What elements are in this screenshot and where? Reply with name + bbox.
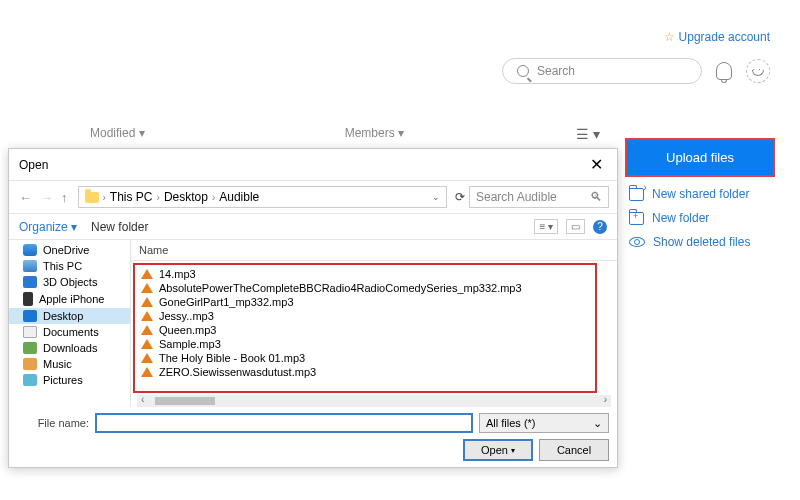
close-dialog-button[interactable]: ✕ xyxy=(586,155,607,174)
link-label: New shared folder xyxy=(652,187,749,201)
vlc-cone-icon xyxy=(141,311,153,321)
column-header-name[interactable]: Name xyxy=(131,240,617,261)
page-header: ☆ Upgrade account Search xyxy=(502,30,770,84)
vlc-cone-icon xyxy=(141,353,153,363)
tree-item[interactable]: Desktop xyxy=(9,308,130,324)
dialog-footer: File name: All files (*) ⌄ Open ▾ Cancel xyxy=(9,407,617,467)
tree-item-label: Music xyxy=(43,358,72,370)
organize-menu[interactable]: Organize ▾ xyxy=(19,220,77,234)
up-button[interactable]: ↑ xyxy=(59,190,70,205)
chevron-down-icon[interactable]: ⌄ xyxy=(432,192,440,202)
tree-item[interactable]: Downloads xyxy=(9,340,130,356)
vlc-cone-icon xyxy=(141,367,153,377)
tree-item[interactable]: Music xyxy=(9,356,130,372)
file-name: GoneGirlPart1_mp332.mp3 xyxy=(159,296,294,308)
file-row[interactable]: AbsolutePowerTheCompleteBBCRadio4RadioCo… xyxy=(135,281,595,295)
notifications-icon[interactable] xyxy=(716,62,732,80)
col-modified[interactable]: Modified ▾ xyxy=(90,126,145,140)
file-name: Queen.mp3 xyxy=(159,324,216,336)
header-row: Search xyxy=(502,58,770,84)
file-type-value: All files (*) xyxy=(486,417,536,429)
refresh-button[interactable]: ⟳ xyxy=(455,190,465,204)
dialog-search-placeholder: Search Audible xyxy=(476,190,557,204)
file-name: AbsolutePowerTheCompleteBBCRadio4RadioCo… xyxy=(159,282,522,294)
view-mode-icon[interactable]: ☰ ▾ xyxy=(576,126,600,142)
vlc-cone-icon xyxy=(141,297,153,307)
file-row[interactable]: GoneGirlPart1_mp332.mp3 xyxy=(135,295,595,309)
open-button[interactable]: Open ▾ xyxy=(463,439,533,461)
file-row[interactable]: Jessy..mp3 xyxy=(135,309,595,323)
file-type-select[interactable]: All files (*) ⌄ xyxy=(479,413,609,433)
file-row[interactable]: The Holy Bible - Book 01.mp3 xyxy=(135,351,595,365)
dialog-search-input[interactable]: Search Audible 🔍︎ xyxy=(469,186,609,208)
location-icon xyxy=(23,292,33,306)
new-shared-folder-link[interactable]: New shared folder xyxy=(625,187,775,201)
tree-item[interactable]: OneDrive xyxy=(9,242,130,258)
file-name-label: File name: xyxy=(17,417,89,429)
link-label: New folder xyxy=(652,211,709,225)
upgrade-label: Upgrade account xyxy=(679,30,770,44)
account-avatar-icon[interactable] xyxy=(746,59,770,83)
breadcrumb-b[interactable]: Audible xyxy=(219,190,259,204)
location-icon xyxy=(23,310,37,322)
file-row[interactable]: Queen.mp3 xyxy=(135,323,595,337)
tree-item-label: OneDrive xyxy=(43,244,89,256)
file-name: Jessy..mp3 xyxy=(159,310,214,322)
tree-item-label: Pictures xyxy=(43,374,83,386)
search-icon xyxy=(517,65,529,77)
dialog-toolbar: Organize ▾ New folder ≡ ▾ ▭ ? xyxy=(9,214,617,240)
star-icon: ☆ xyxy=(664,30,675,44)
file-name: ZERO.Siewissenwasdutust.mp3 xyxy=(159,366,316,378)
tree-item[interactable]: Documents xyxy=(9,324,130,340)
file-name-input[interactable] xyxy=(95,413,473,433)
new-folder-button[interactable]: New folder xyxy=(91,220,148,234)
file-name: 14.mp3 xyxy=(159,268,196,280)
location-icon xyxy=(23,276,37,288)
vlc-cone-icon xyxy=(141,269,153,279)
show-deleted-link[interactable]: Show deleted files xyxy=(625,235,775,249)
nav-tree[interactable]: OneDriveThis PC3D ObjectsApple iPhoneDes… xyxy=(9,240,131,407)
file-row[interactable]: Sample.mp3 xyxy=(135,337,595,351)
file-name: The Holy Bible - Book 01.mp3 xyxy=(159,352,305,364)
tree-item[interactable]: 3D Objects xyxy=(9,274,130,290)
search-icon: 🔍︎ xyxy=(590,190,602,204)
file-row[interactable]: ZERO.Siewissenwasdutust.mp3 xyxy=(135,365,595,379)
col-members[interactable]: Members ▾ xyxy=(345,126,404,140)
tree-item-label: Apple iPhone xyxy=(39,293,104,305)
forward-button[interactable]: → xyxy=(38,190,55,205)
scroll-left-icon[interactable]: ‹ xyxy=(141,394,144,405)
file-row[interactable]: 14.mp3 xyxy=(135,267,595,281)
tree-item-label: Downloads xyxy=(43,342,97,354)
upgrade-account-link[interactable]: ☆ Upgrade account xyxy=(664,30,770,44)
preview-pane-button[interactable]: ▭ xyxy=(566,219,585,234)
location-icon xyxy=(23,244,37,256)
tree-item[interactable]: Pictures xyxy=(9,372,130,388)
global-search-input[interactable]: Search xyxy=(502,58,702,84)
location-icon xyxy=(23,260,37,272)
back-button[interactable]: ← xyxy=(17,190,34,205)
breadcrumb-a[interactable]: Desktop xyxy=(164,190,208,204)
folder-icon xyxy=(85,192,99,203)
vlc-cone-icon xyxy=(141,325,153,335)
scroll-right-icon[interactable]: › xyxy=(604,394,607,405)
tree-item[interactable]: Apple iPhone xyxy=(9,290,130,308)
location-icon xyxy=(23,358,37,370)
new-folder-link[interactable]: New folder xyxy=(625,211,775,225)
file-list[interactable]: 14.mp3AbsolutePowerTheCompleteBBCRadio4R… xyxy=(133,263,597,393)
help-button[interactable]: ? xyxy=(593,220,607,234)
view-options-button[interactable]: ≡ ▾ xyxy=(534,219,558,234)
location-icon xyxy=(23,326,37,338)
upload-files-button[interactable]: Upload files xyxy=(625,138,775,177)
breadcrumb-bar[interactable]: › This PC › Desktop › Audible ⌄ xyxy=(78,186,448,208)
file-pane: Name 14.mp3AbsolutePowerTheCompleteBBCRa… xyxy=(131,240,617,407)
tree-item-label: 3D Objects xyxy=(43,276,97,288)
location-icon xyxy=(23,374,37,386)
horizontal-scrollbar[interactable]: ‹ › xyxy=(137,395,611,407)
link-label: Show deleted files xyxy=(653,235,750,249)
tree-item-label: This PC xyxy=(43,260,82,272)
cancel-button[interactable]: Cancel xyxy=(539,439,609,461)
breadcrumb-root[interactable]: This PC xyxy=(110,190,153,204)
tree-item[interactable]: This PC xyxy=(9,258,130,274)
file-name: Sample.mp3 xyxy=(159,338,221,350)
shared-folder-icon xyxy=(629,188,644,201)
